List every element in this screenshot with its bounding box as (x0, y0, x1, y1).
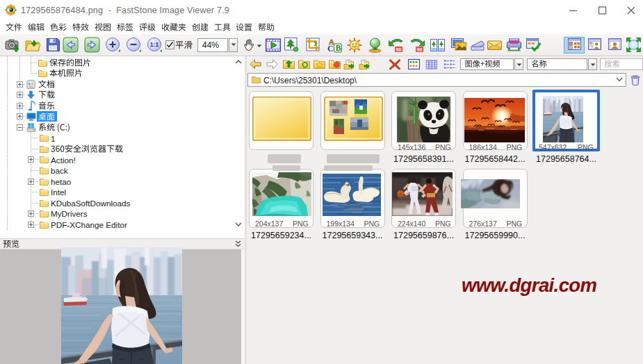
svg-text:90: 90 (417, 47, 423, 51)
svg-text:B: B (335, 44, 341, 52)
svg-text:1:1: 1:1 (149, 41, 158, 48)
svg-text:C: C (327, 44, 334, 53)
svg-text:90: 90 (396, 47, 402, 51)
